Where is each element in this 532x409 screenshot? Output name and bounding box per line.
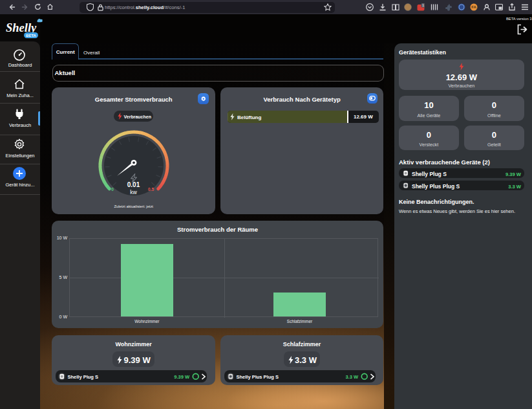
svg-text:BETA: BETA (26, 34, 37, 38)
svg-text:1: 1 (422, 3, 424, 7)
svg-text:FA: FA (471, 5, 476, 9)
